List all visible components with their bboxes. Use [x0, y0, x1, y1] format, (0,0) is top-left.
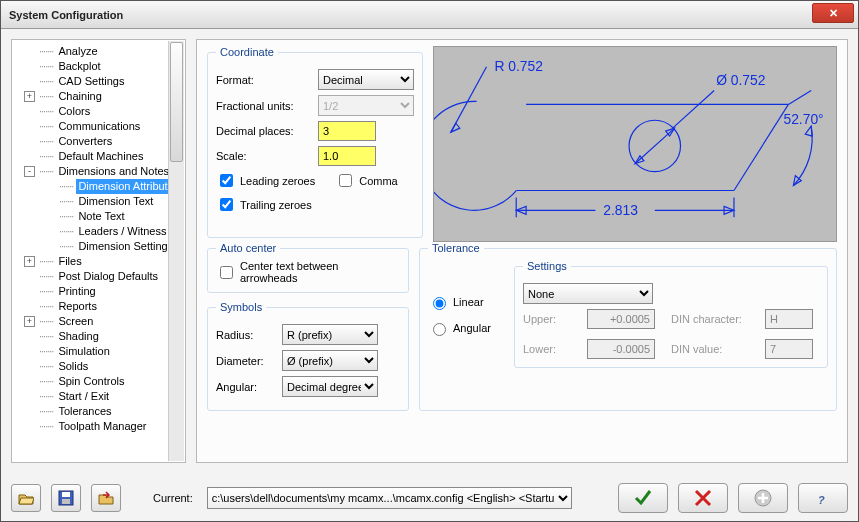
radius-select[interactable]: R (prefix)	[282, 324, 378, 345]
tree-item-label: Leaders / Witness	[76, 224, 168, 239]
linear-radio[interactable]: Linear	[428, 294, 504, 310]
tolerance-group: Tolerance Linear Angular Settings None U…	[419, 242, 837, 411]
tree-item[interactable]: ·······Default Machines	[18, 149, 183, 164]
tree-item[interactable]: ·······CAD Settings	[18, 74, 183, 89]
settings-legend: Settings	[523, 260, 571, 272]
symbols-group: Symbols Radius: R (prefix) Diameter: Ø (…	[207, 301, 409, 411]
tree-item[interactable]: ·······Shading	[18, 329, 183, 344]
svg-text:R 0.752: R 0.752	[494, 58, 543, 74]
angular-select[interactable]: Decimal degrees	[282, 376, 378, 397]
leading-checkbox[interactable]: Leading zeroes	[216, 171, 315, 190]
tree-item-label: Screen	[56, 314, 95, 329]
open-button[interactable]	[11, 484, 41, 512]
expand-icon[interactable]: +	[24, 316, 35, 327]
tree-item-label: Printing	[56, 284, 97, 299]
tree-item[interactable]: ·······Simulation	[18, 344, 183, 359]
tree-item[interactable]: -·······Dimensions and Notes	[18, 164, 183, 179]
tree-item[interactable]: +·······Screen	[18, 314, 183, 329]
folder-open-icon	[18, 490, 34, 506]
tree-item-label: Spin Controls	[56, 374, 126, 389]
bottom-bar: Current: c:\users\dell\documents\my mcam…	[11, 483, 848, 513]
svg-line-1	[451, 67, 487, 132]
format-select[interactable]: Decimal	[318, 69, 414, 90]
tree-item-label: Simulation	[56, 344, 111, 359]
ok-button[interactable]	[618, 483, 668, 513]
tree-item[interactable]: ·······Reports	[18, 299, 183, 314]
tree-item[interactable]: ·······Converters	[18, 134, 183, 149]
upper-label: Upper:	[523, 313, 579, 325]
tree-item-label: Backplot	[56, 59, 102, 74]
tree-scrollbar[interactable]	[168, 41, 184, 461]
tree-item-label: Tolerances	[56, 404, 113, 419]
save-button[interactable]	[51, 484, 81, 512]
comma-checkbox[interactable]: Comma	[335, 171, 398, 190]
tree-item[interactable]: ·······Analyze	[18, 44, 183, 59]
tree-item[interactable]: ·······Colors	[18, 104, 183, 119]
angular-radio[interactable]: Angular	[428, 320, 504, 336]
tree-item[interactable]: ·······Start / Exit	[18, 389, 183, 404]
tree-item[interactable]: ·······Printing	[18, 284, 183, 299]
autocenter-legend: Auto center	[216, 242, 280, 254]
lower-label: Lower:	[523, 343, 579, 355]
tree-item[interactable]: ·······Leaders / Witness	[18, 224, 183, 239]
tree-item-label: Dimension Text	[76, 194, 155, 209]
close-icon: ✕	[829, 7, 838, 20]
expand-icon[interactable]: +	[24, 91, 35, 102]
tree-item-label: Files	[56, 254, 83, 269]
coordinate-legend: Coordinate	[216, 46, 278, 58]
cancel-button[interactable]	[678, 483, 728, 513]
tolerance-legend: Tolerance	[428, 242, 484, 254]
scale-label: Scale:	[216, 150, 312, 162]
tree-item[interactable]: ·······Dimension Settings	[18, 239, 183, 254]
merge-button[interactable]	[91, 484, 121, 512]
nav-tree[interactable]: ·······Analyze·······Backplot·······CAD …	[11, 39, 186, 463]
settings-panel: Coordinate Format: Decimal Fractional un…	[196, 39, 848, 463]
tree-item-label: Dimensions and Notes	[56, 164, 171, 179]
tree-item[interactable]: ·······Post Dialog Defaults	[18, 269, 183, 284]
diameter-select[interactable]: Ø (prefix)	[282, 350, 378, 371]
tree-item-label: Dimension Attributes	[76, 179, 181, 194]
tree-item[interactable]: ·······Note Text	[18, 209, 183, 224]
tree-item[interactable]: ·······Communications	[18, 119, 183, 134]
format-label: Format:	[216, 74, 312, 86]
scale-input[interactable]	[318, 146, 376, 166]
tree-item[interactable]: ·······Dimension Text	[18, 194, 183, 209]
tree-item[interactable]: ·······Toolpath Manager	[18, 419, 183, 434]
svg-text:52.70°: 52.70°	[783, 111, 823, 127]
plus-icon	[753, 488, 773, 508]
config-path-select[interactable]: c:\users\dell\documents\my mcamx...\mcam…	[207, 487, 572, 509]
check-icon	[633, 488, 653, 508]
svg-text:Ø 0.752: Ø 0.752	[716, 72, 765, 88]
tree-item[interactable]: +·······Files	[18, 254, 183, 269]
tree-item[interactable]: ·······Solids	[18, 359, 183, 374]
tree-item-label: Note Text	[76, 209, 126, 224]
tolerance-settings-group: Settings None Upper: DIN character: Lowe…	[514, 260, 828, 368]
decimal-input[interactable]	[318, 121, 376, 141]
tree-item[interactable]: +·······Chaining	[18, 89, 183, 104]
trailing-checkbox[interactable]: Trailing zeroes	[216, 195, 312, 214]
tree-item-label: Converters	[56, 134, 114, 149]
tree-item-label: Solids	[56, 359, 90, 374]
tree-item-label: Reports	[56, 299, 99, 314]
tree-item[interactable]: ·······Tolerances	[18, 404, 183, 419]
help-button[interactable]: ?	[798, 483, 848, 513]
tree-item-label: Communications	[56, 119, 142, 134]
tolerance-mode-select[interactable]: None	[523, 283, 653, 304]
center-text-checkbox[interactable]: Center text between arrowheads	[216, 260, 386, 284]
svg-line-6	[635, 128, 675, 164]
svg-rect-18	[62, 499, 70, 504]
expand-icon[interactable]: +	[24, 256, 35, 267]
close-button[interactable]: ✕	[812, 3, 854, 23]
tree-item[interactable]: ·······Spin Controls	[18, 374, 183, 389]
tree-item-label: Analyze	[56, 44, 99, 59]
config-window: System Configuration ✕ ·······Analyze···…	[0, 0, 859, 522]
expand-icon[interactable]: -	[24, 166, 35, 177]
tree-item[interactable]: ·······Dimension Attributes	[18, 179, 183, 194]
diameter-label: Diameter:	[216, 355, 276, 367]
tree-item-label: Colors	[56, 104, 92, 119]
tree-item[interactable]: ·······Backplot	[18, 59, 183, 74]
add-button[interactable]	[738, 483, 788, 513]
client-area: ·······Analyze·······Backplot·······CAD …	[1, 29, 858, 521]
decimal-label: Decimal places:	[216, 125, 312, 137]
tree-item-label: Toolpath Manager	[56, 419, 148, 434]
